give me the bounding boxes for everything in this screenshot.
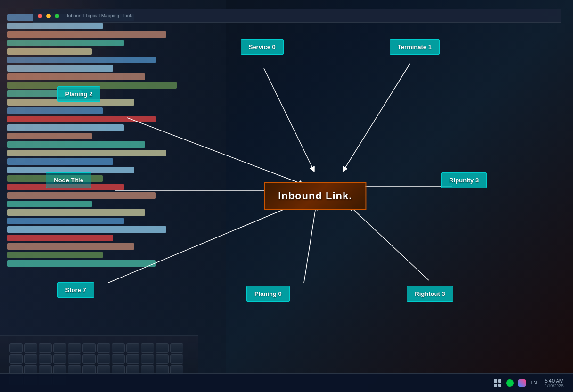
satellite-planning2: Planing 2 [57, 86, 101, 102]
satellite-node4: Node Title [46, 172, 91, 188]
window-titlebar: Inbound Topical Mapping - Link [33, 9, 561, 23]
satellite-terminate1: Terminate 1 [390, 39, 440, 55]
window-title: Inbound Topical Mapping - Link [67, 13, 132, 18]
taskbar-time: 5:40 AM 1/10/2025 [545, 378, 564, 388]
satellite-service0: Service 0 [241, 39, 284, 55]
satellite-ripunity3: Ripunity 3 [441, 172, 487, 188]
taskbar: EN 5:40 AM 1/10/2025 [0, 373, 573, 392]
taskbar-grid-icon[interactable] [494, 379, 501, 387]
svg-line-9 [304, 207, 316, 283]
taskbar-language-icon[interactable]: EN [531, 379, 540, 387]
satellite-planing0: Planing 0 [246, 286, 290, 302]
minimize-dot [46, 14, 51, 18]
maximize-dot [55, 14, 59, 18]
taskbar-circle-icon[interactable] [506, 379, 514, 387]
close-dot [38, 14, 42, 18]
central-node: Inbound Link. [264, 182, 366, 210]
svg-line-10 [351, 207, 429, 280]
svg-line-8 [108, 205, 295, 283]
svg-line-4 [344, 64, 410, 170]
svg-line-5 [127, 118, 302, 184]
satellite-rightout3: Rightout 3 [407, 286, 453, 302]
diagram-container: Inbound Link. Service 0 Terminate 1 Plan… [0, 0, 573, 392]
satellite-store7: Store 7 [57, 282, 94, 298]
svg-line-3 [264, 68, 313, 170]
taskbar-apps-icon[interactable] [518, 379, 526, 387]
